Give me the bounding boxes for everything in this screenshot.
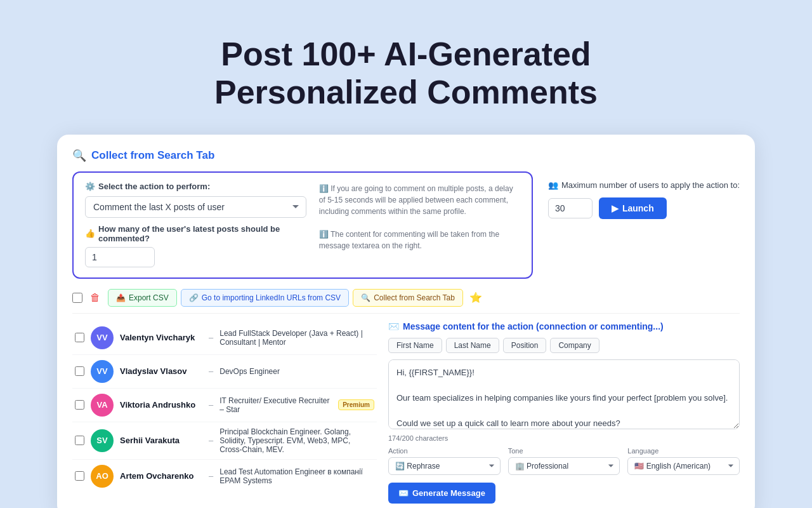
- action-label: Action: [388, 447, 501, 455]
- message-textarea[interactable]: [388, 359, 740, 429]
- email-icon: ✉️: [388, 321, 399, 331]
- avatar: VV: [91, 360, 114, 383]
- max-users-input[interactable]: [548, 198, 593, 218]
- user-dash: –: [209, 400, 213, 410]
- play-icon: ▶: [612, 203, 619, 213]
- user-name: Serhii Varakuta: [120, 436, 202, 445]
- main-content: VV Valentyn Vivcharyk – Lead FullStack D…: [72, 321, 740, 504]
- user-row: VA Viktoria Andrushko – IT Recruiter/ Ex…: [72, 389, 377, 422]
- launch-button[interactable]: ▶ Launch: [599, 197, 667, 219]
- user-name: Viktoria Andrushko: [120, 400, 202, 410]
- action-select-message[interactable]: 🔄 Rephrase: [388, 457, 501, 475]
- premium-badge: Premium: [338, 399, 374, 410]
- user-checkbox[interactable]: [75, 333, 84, 342]
- avatar: SV: [91, 429, 114, 452]
- avatar: VV: [91, 326, 114, 349]
- like-icon: 👍: [85, 229, 95, 238]
- user-title: DevOps Engineer: [219, 367, 374, 376]
- user-name: Vladyslav Vlasov: [120, 366, 202, 376]
- main-card: 🔍 Collect from Search Tab ⚙️ Select the …: [57, 135, 755, 508]
- import-linkedin-button[interactable]: 🔗 Go to importing LinkedIn URLs from CSV: [181, 289, 349, 307]
- user-title: Principal Blockchain Engineer. Golang, S…: [219, 427, 374, 454]
- toolbar: 🗑 📤 Export CSV 🔗 Go to importing LinkedI…: [72, 289, 740, 314]
- collect-header-label: Collect from Search Tab: [91, 149, 214, 162]
- action-select[interactable]: Comment the last X posts of user: [85, 196, 306, 218]
- user-name: Artem Ovcharenko: [120, 471, 202, 481]
- tag-button[interactable]: First Name: [388, 338, 442, 353]
- info-text-2: ℹ️ The content for commenting will be ta…: [319, 229, 520, 251]
- export-icon: 📤: [116, 293, 126, 302]
- collect-search-icon: 🔍: [361, 293, 370, 302]
- user-dash: –: [209, 366, 213, 376]
- user-row: SV Serhii Varakuta – Principal Blockchai…: [72, 422, 377, 460]
- user-checkbox[interactable]: [75, 436, 84, 445]
- user-title: Lead Test Automation Engineer в компанії…: [219, 467, 374, 485]
- tag-row: First NameLast NamePositionCompany: [388, 338, 740, 353]
- settings-icon: ⚙️: [85, 182, 95, 191]
- user-dash: –: [209, 471, 213, 481]
- user-title: Lead FullStack Developer (Java + React) …: [219, 329, 374, 347]
- generate-message-button[interactable]: ✉️ Generate Message: [388, 483, 495, 504]
- star-icon: ⭐: [467, 289, 485, 306]
- select-all-checkbox[interactable]: [72, 293, 82, 303]
- tag-button[interactable]: Company: [550, 338, 599, 353]
- tag-button[interactable]: Last Name: [446, 338, 499, 353]
- collect-header: 🔍 Collect from Search Tab: [72, 149, 740, 163]
- char-count: 174/200 characters: [388, 434, 740, 442]
- user-row: AO Artem Ovcharenko – Lead Test Automati…: [72, 460, 377, 493]
- bottom-controls: Action 🔄 Rephrase Tone 🏢 Professional La…: [388, 447, 740, 504]
- generate-icon: ✉️: [398, 488, 409, 498]
- action-select-label: ⚙️ Select the action to perform:: [85, 182, 306, 191]
- tone-select[interactable]: 🏢 Professional: [508, 457, 620, 475]
- export-csv-button[interactable]: 📤 Export CSV: [108, 289, 177, 307]
- posts-count-input[interactable]: [85, 247, 155, 267]
- message-panel-header: ✉️ Message content for the action (conne…: [388, 321, 740, 331]
- message-panel: ✉️ Message content for the action (conne…: [388, 321, 740, 504]
- user-dash: –: [209, 436, 213, 445]
- user-checkbox[interactable]: [75, 471, 84, 481]
- user-name: Valentyn Vivcharyk: [120, 333, 202, 342]
- info-icon-2: ℹ️: [319, 230, 329, 239]
- avatar: VA: [91, 394, 114, 417]
- user-list: VV Valentyn Vivcharyk – Lead FullStack D…: [72, 321, 377, 504]
- user-row: VV Valentyn Vivcharyk – Lead FullStack D…: [72, 321, 377, 355]
- language-control-group: Language 🇺🇸 English (American): [627, 447, 740, 475]
- tag-button[interactable]: Position: [503, 338, 547, 353]
- collect-search-tab-button[interactable]: 🔍 Collect from Search Tab: [353, 289, 463, 307]
- action-box: ⚙️ Select the action to perform: Comment…: [72, 171, 533, 279]
- max-users-label: 👥 Maximum number of users to apply the a…: [548, 180, 740, 190]
- user-checkbox[interactable]: [75, 400, 84, 410]
- avatar: AO: [91, 465, 114, 488]
- info-text-1: ℹ️ If you are going to comment on multip…: [319, 183, 520, 217]
- user-dash: –: [209, 333, 213, 342]
- users-icon: 👥: [548, 180, 558, 190]
- search-icon: 🔍: [72, 149, 86, 163]
- language-label: Language: [627, 447, 740, 455]
- user-checkbox[interactable]: [75, 366, 84, 376]
- action-control-group: Action 🔄 Rephrase: [388, 447, 501, 475]
- language-select[interactable]: 🇺🇸 English (American): [627, 457, 740, 475]
- tone-label: Tone: [508, 447, 620, 455]
- linkedin-icon: 🔗: [189, 293, 199, 302]
- hero-title: Post 100+ AI-Generated Personalized Comm…: [214, 36, 598, 112]
- user-row: VV Vladyslav Vlasov – DevOps Engineer: [72, 355, 377, 389]
- posts-label: 👍 How many of the user's latest posts sh…: [85, 224, 306, 243]
- delete-button[interactable]: 🗑: [86, 290, 104, 306]
- user-title: IT Recruiter/ Executive Recruiter – Star: [219, 396, 332, 414]
- info-icon-1: ℹ️: [319, 184, 329, 193]
- tone-control-group: Tone 🏢 Professional: [508, 447, 620, 475]
